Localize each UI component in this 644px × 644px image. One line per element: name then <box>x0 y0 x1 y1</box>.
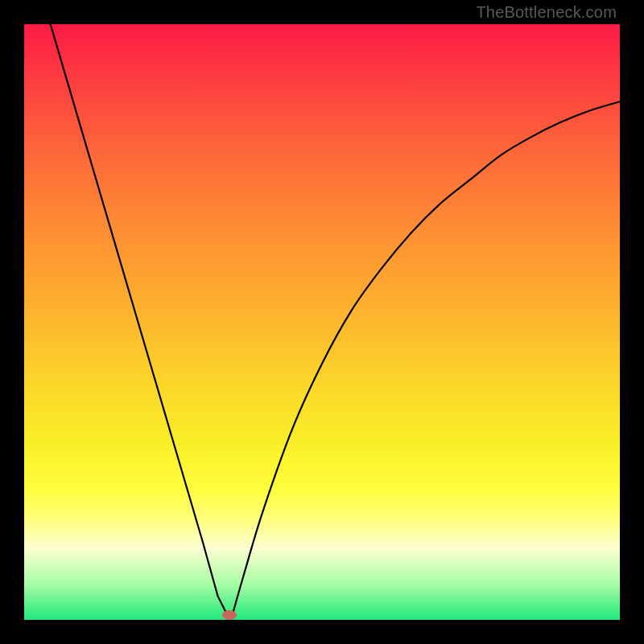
watermark-text: TheBottleneck.com <box>476 3 617 22</box>
chart-plot-area <box>24 24 620 620</box>
bottleneck-curve <box>24 24 620 620</box>
